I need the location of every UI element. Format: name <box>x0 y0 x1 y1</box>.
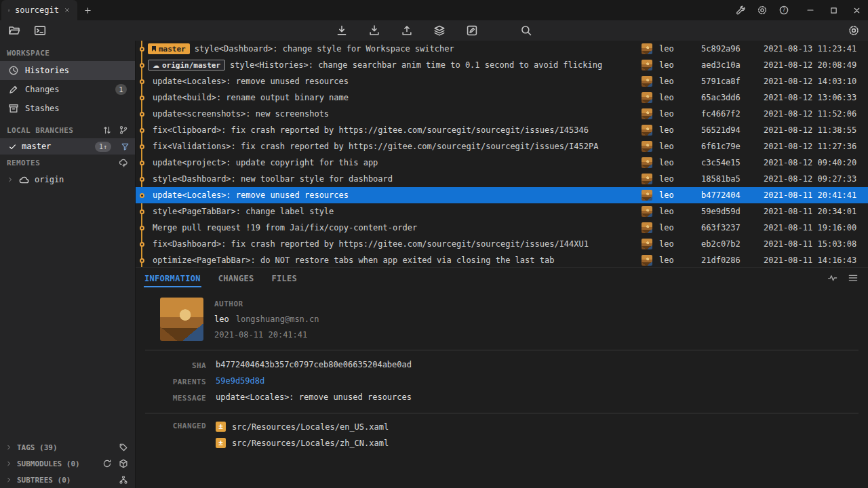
archive-icon <box>8 103 19 114</box>
commit-author: leo <box>659 239 701 249</box>
commit-dot <box>140 112 144 117</box>
avatar <box>642 125 652 136</box>
add-branch-icon[interactable] <box>119 125 128 135</box>
commit-button[interactable] <box>466 24 478 37</box>
commit-row[interactable]: fix<Clipboard>: fix crash reported by ht… <box>136 122 868 138</box>
sidebar: WORKSPACE Histories Changes 1 Stashes LO… <box>0 41 136 488</box>
commit-sha: aed3c10a <box>701 60 764 70</box>
section-submodules[interactable]: SUBMODULES (0) <box>0 455 135 472</box>
commit-message: update<project>: update copyright for th… <box>153 158 642 167</box>
new-tab-button[interactable] <box>77 0 98 20</box>
ahead-badge: 1↑ <box>95 142 111 152</box>
branch-name: master <box>22 142 51 151</box>
commit-message: Merge pull request !19 from Jai/fix/copy… <box>153 223 642 232</box>
local-branch-badge: master <box>148 43 190 54</box>
graph-cell <box>136 96 148 100</box>
tab-files[interactable]: FILES <box>271 269 298 287</box>
commit-author: leo <box>659 60 701 70</box>
curve-icon[interactable] <box>827 272 838 283</box>
terminal-button[interactable] <box>34 24 46 37</box>
commit-row[interactable]: origin/master style<Histories>: change s… <box>136 57 868 73</box>
edit-icon <box>466 24 478 37</box>
commit-message: update<build>: rename output binary name <box>153 93 642 102</box>
commit-sha: c3c54e15 <box>701 158 764 167</box>
chevron-right-icon <box>5 444 12 451</box>
tags-actions <box>119 443 128 452</box>
commit-message: style<PageTabBar>: change label style <box>153 207 642 216</box>
preferences-button[interactable] <box>757 5 768 16</box>
commit-dot <box>140 79 144 84</box>
maximize-button[interactable] <box>822 0 845 20</box>
commit-sha: 18581ba5 <box>701 174 764 184</box>
sidebar-item-stashes[interactable]: Stashes <box>0 99 135 118</box>
commit-sha: fc4667f2 <box>701 109 764 119</box>
close-window-button[interactable] <box>845 0 868 20</box>
push-button[interactable] <box>401 24 413 37</box>
close-tab-button[interactable] <box>64 7 71 14</box>
parent-sha-link[interactable]: 59e9d59d8d <box>216 376 264 386</box>
open-repository-button[interactable] <box>8 24 20 37</box>
commit-row[interactable]: Merge pull request !19 from Jai/fix/copy… <box>136 220 868 236</box>
changed-file-row[interactable]: ± src/Resources/Locales/en_US.xaml <box>216 420 389 433</box>
folder-open-icon <box>8 24 20 37</box>
branch-item-master[interactable]: master 1↑ <box>0 138 135 155</box>
parents-row: PARENTS 59e9d59d8d <box>136 373 868 390</box>
commit-row[interactable]: master style<Dashboard>: change style fo… <box>136 41 868 57</box>
commit-row[interactable]: update<Locales>: remove unused resources… <box>136 187 868 203</box>
commit-dot <box>140 63 144 68</box>
pull-button[interactable] <box>368 24 380 37</box>
content-area: master style<Dashboard>: change style fo… <box>136 41 868 488</box>
commit-author: leo <box>659 77 701 86</box>
add-remote-icon[interactable] <box>119 158 128 167</box>
commit-row[interactable]: optimize<PageTabBar>: do NOT restore tab… <box>136 252 868 267</box>
tab-changes[interactable]: CHANGES <box>218 269 255 287</box>
commit-row[interactable]: style<Dashboard>: new toolbar style for … <box>136 171 868 187</box>
push-icon <box>401 24 413 37</box>
avatar <box>642 174 652 184</box>
section-tags[interactable]: TAGS (39) <box>0 439 135 455</box>
commit-sha: 5c892a96 <box>701 44 764 54</box>
add-submodule-icon[interactable] <box>119 459 128 468</box>
sidebar-item-label: Changes <box>25 85 60 94</box>
add-tag-icon[interactable] <box>119 443 128 452</box>
fetch-button[interactable] <box>336 24 348 37</box>
remote-item-origin[interactable]: origin <box>0 171 135 188</box>
refresh-submodules-icon[interactable] <box>102 459 112 468</box>
repository-tab[interactable]: sourcegit <box>1 0 77 20</box>
add-subtree-icon[interactable] <box>119 475 128 485</box>
repository-settings-button[interactable] <box>848 24 860 37</box>
chevron-right-icon <box>5 460 12 467</box>
commit-author: leo <box>659 109 701 119</box>
minimize-button[interactable] <box>799 0 822 20</box>
hotkeys-button[interactable] <box>735 5 746 16</box>
commit-row[interactable]: fix<Dashboard>: fix crash reported by ht… <box>136 236 868 252</box>
commit-author: leo <box>659 142 701 151</box>
modified-file-icon: ± <box>216 422 226 432</box>
stashes-button[interactable] <box>433 24 446 37</box>
commit-time: 2021-08-12 13:06:33 <box>764 93 865 102</box>
sidebar-item-changes[interactable]: Changes 1 <box>0 80 135 99</box>
list-icon[interactable] <box>848 272 859 283</box>
commit-row[interactable]: fix<Validations>: fix crash reported by … <box>136 138 868 155</box>
commit-row[interactable]: update<build>: rename output binary name… <box>136 89 868 106</box>
commit-row[interactable]: update<Locales>: remove unused resources… <box>136 73 868 89</box>
help-icon <box>778 5 789 16</box>
tab-information[interactable]: INFORMATION <box>144 269 201 287</box>
compare-branches-icon[interactable] <box>102 125 112 135</box>
search-button[interactable] <box>520 24 532 37</box>
commit-row[interactable]: update<project>: update copyright for th… <box>136 155 868 171</box>
sha-label: SHA <box>136 360 206 370</box>
commit-row[interactable]: style<PageTabBar>: change label style le… <box>136 203 868 220</box>
graph-cell <box>136 79 148 84</box>
plus-icon <box>83 6 92 15</box>
commit-sha: 65ac3dd6 <box>701 93 764 102</box>
changed-file-row[interactable]: ± src/Resources/Locales/zh_CN.xaml <box>216 436 389 449</box>
section-subtrees[interactable]: SUBTREES (0) <box>0 472 135 488</box>
sidebar-item-histories[interactable]: Histories <box>0 61 135 80</box>
commit-message: fix<Validations>: fix crash reported by … <box>153 142 642 151</box>
check-icon <box>8 142 17 151</box>
about-button[interactable] <box>778 5 789 16</box>
filter-icon[interactable] <box>121 142 130 151</box>
chevron-right-icon[interactable] <box>7 176 14 183</box>
commit-row[interactable]: update<screenshots>: new screenshots leo… <box>136 106 868 122</box>
